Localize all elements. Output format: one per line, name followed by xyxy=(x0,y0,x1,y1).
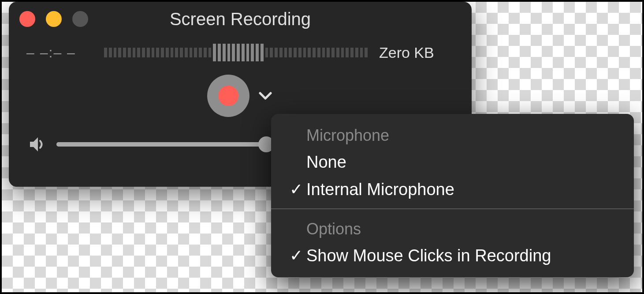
level-tick xyxy=(190,48,193,57)
elapsed-time: – –:– – xyxy=(26,45,93,61)
level-tick xyxy=(284,48,287,57)
menu-item-mic-0[interactable]: None xyxy=(271,148,634,176)
level-tick xyxy=(142,48,145,57)
menu-item-option-0[interactable]: ✓Show Mouse Clicks in Recording xyxy=(271,242,634,269)
speaker-icon xyxy=(28,136,46,153)
level-tick xyxy=(294,48,297,57)
level-tick xyxy=(270,48,273,57)
menu-item-label: Internal Microphone xyxy=(306,180,454,199)
level-tick xyxy=(171,48,174,57)
minimize-button[interactable] xyxy=(46,11,62,27)
status-row: – –:– – Zero KB xyxy=(9,36,472,67)
level-tick xyxy=(118,48,121,57)
level-tick xyxy=(346,48,349,57)
options-dropdown-button[interactable] xyxy=(257,88,273,104)
level-tick xyxy=(251,44,254,61)
level-tick xyxy=(242,44,245,61)
level-tick xyxy=(147,48,150,57)
menu-section-options: Options xyxy=(271,215,634,242)
record-icon xyxy=(218,86,238,106)
level-tick xyxy=(279,48,283,57)
level-tick xyxy=(331,48,335,57)
level-tick xyxy=(355,48,358,57)
level-tick xyxy=(313,48,316,57)
level-tick xyxy=(261,44,264,61)
level-tick xyxy=(213,44,216,61)
level-tick xyxy=(180,48,183,57)
level-tick xyxy=(218,44,221,61)
level-tick xyxy=(350,48,354,57)
menu-item-mic-1[interactable]: ✓Internal Microphone xyxy=(271,176,634,203)
close-button[interactable] xyxy=(19,11,35,27)
titlebar: Screen Recording xyxy=(9,2,472,36)
level-tick xyxy=(166,48,169,57)
level-tick xyxy=(133,48,136,57)
audio-level-meter xyxy=(103,44,369,61)
level-tick xyxy=(275,48,278,57)
level-tick xyxy=(232,44,235,61)
level-tick xyxy=(104,48,107,57)
level-tick xyxy=(128,48,131,57)
level-tick xyxy=(336,48,339,57)
level-tick xyxy=(360,48,363,57)
menu-section-microphone: Microphone xyxy=(271,121,634,148)
level-tick xyxy=(341,48,344,57)
level-tick xyxy=(109,48,112,57)
level-tick xyxy=(256,44,259,61)
check-icon: ✓ xyxy=(286,246,306,265)
level-tick xyxy=(194,48,197,57)
record-button[interactable] xyxy=(207,75,249,117)
level-tick xyxy=(156,48,159,57)
level-tick xyxy=(208,48,212,57)
chevron-down-icon xyxy=(259,91,272,100)
menu-item-label: None xyxy=(306,153,346,172)
zoom-button[interactable] xyxy=(72,11,88,27)
level-tick xyxy=(246,44,249,61)
level-tick xyxy=(123,48,126,57)
level-tick xyxy=(322,48,325,57)
level-tick xyxy=(161,48,164,57)
window-controls xyxy=(19,11,88,27)
file-size: Zero KB xyxy=(379,44,454,61)
level-tick xyxy=(227,44,231,61)
level-tick xyxy=(114,48,117,57)
level-tick xyxy=(185,48,188,57)
level-tick xyxy=(308,48,311,57)
volume-slider-fill xyxy=(56,142,266,147)
level-tick xyxy=(317,48,320,57)
level-tick xyxy=(223,44,226,61)
level-tick xyxy=(175,48,178,57)
menu-item-label: Show Mouse Clicks in Recording xyxy=(306,246,551,265)
check-icon: ✓ xyxy=(286,180,306,199)
level-tick xyxy=(327,48,330,57)
menu-separator xyxy=(271,208,634,209)
level-tick xyxy=(298,48,302,57)
level-tick xyxy=(265,48,268,57)
level-tick xyxy=(365,48,368,57)
svg-marker-0 xyxy=(30,137,38,151)
level-tick xyxy=(289,48,292,57)
options-menu: Microphone None✓Internal Microphone Opti… xyxy=(271,114,634,277)
level-tick xyxy=(152,48,155,57)
level-tick xyxy=(199,48,202,57)
level-tick xyxy=(137,48,140,57)
level-tick xyxy=(303,48,306,57)
level-tick xyxy=(237,44,240,61)
level-tick xyxy=(204,48,207,57)
